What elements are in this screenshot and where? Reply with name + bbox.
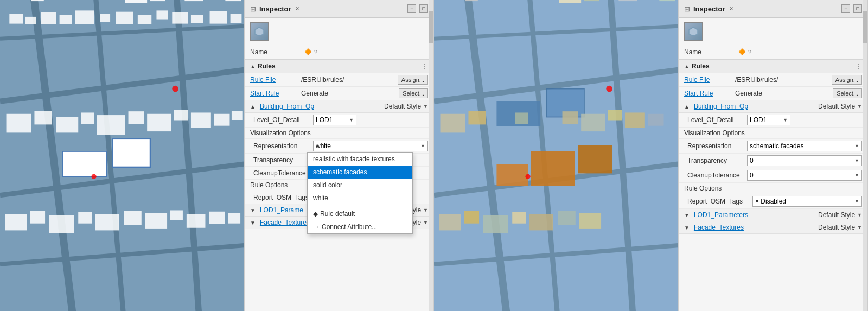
dropdown-item-solid[interactable]: solid color — [308, 179, 412, 192]
report-value-area-right: × Disabled ▼ — [752, 196, 862, 207]
svg-rect-82 — [578, 145, 612, 173]
cleanup-label-left: CleanupTolerance — [253, 169, 313, 177]
svg-rect-34 — [34, 111, 52, 124]
connect-label: Connect Attribute... — [322, 223, 377, 231]
cleanup-value-right: 0 — [750, 172, 754, 179]
maximize-btn-right[interactable]: □ — [853, 4, 862, 13]
report-dropdown-right[interactable]: × Disabled ▼ — [752, 196, 862, 207]
lod-value-area-left: LOD1 ▼ — [313, 115, 428, 125]
facade-chevron-right: ▼ — [684, 225, 690, 231]
info-icon-right: 🔶 — [738, 48, 746, 55]
dropdown-item-white[interactable]: white — [308, 192, 412, 205]
report-value-right: × Disabled — [755, 198, 786, 205]
lod-value-left: LOD1 — [316, 116, 333, 124]
svg-rect-88 — [563, 111, 578, 124]
lod1-title-left[interactable]: LOD1_Parame — [260, 206, 303, 214]
dropdown-item-schematic[interactable]: schematic facades — [308, 166, 412, 179]
svg-rect-55 — [113, 139, 150, 167]
svg-rect-17 — [184, 0, 203, 1]
svg-rect-37 — [97, 115, 125, 135]
select-btn-right[interactable]: Select... — [833, 88, 862, 98]
start-rule-label-right[interactable]: Start Rule — [684, 90, 733, 97]
rule-file-row-right: Rule File /ESRI.lib/rules/ Assign... — [679, 73, 867, 87]
shape-icon-area-left — [245, 18, 433, 45]
svg-rect-94 — [464, 211, 479, 224]
lod1-section-right[interactable]: ▼ LOD1_Parameters Default Style ▼ — [679, 209, 867, 221]
rule-file-value-right: /ESRI.lib/rules/ — [733, 75, 832, 84]
rule-file-label-right[interactable]: Rule File — [684, 76, 733, 84]
svg-rect-33 — [7, 114, 31, 133]
svg-rect-74 — [559, 0, 581, 3]
transparency-dropdown-right[interactable]: 0 ▼ — [747, 155, 862, 166]
inspector-header-left: ⊞ Inspector × − □ — [245, 0, 433, 18]
dropdown-item-rule-default[interactable]: ◆ Rule default — [308, 207, 412, 220]
cleanup-arrow-right: ▼ — [854, 173, 859, 178]
lod1-title-right[interactable]: LOD1_Parameters — [694, 211, 748, 219]
inspector-body-left: Name 🔶 ? ▲ Rules ⋮ Rule File /ESRI.lib/r… — [245, 18, 433, 311]
svg-rect-21 — [25, 17, 36, 24]
start-rule-row-left: Start Rule Generate Select... — [245, 87, 433, 100]
building-value-left: Default Style — [384, 103, 421, 110]
building-section-left[interactable]: ▲ Building_From_Op Default Style ▼ — [245, 100, 433, 113]
cleanup-dropdown-right[interactable]: 0 ▼ — [747, 170, 862, 181]
start-rule-label-left[interactable]: Start Rule — [250, 90, 299, 97]
lod-row-right: Level_Of_Detail LOD1 ▼ — [679, 113, 867, 128]
inspector-close-left[interactable]: × — [296, 5, 299, 12]
rule-file-value-left: /ESRI.lib/rules/ — [299, 75, 398, 84]
svg-rect-52 — [187, 214, 206, 227]
scrollbar-thumb-left[interactable] — [429, 11, 433, 43]
svg-rect-25 — [100, 14, 110, 22]
rules-section-right[interactable]: ▲ Rules ⋮ — [679, 59, 867, 73]
rule-file-label-left[interactable]: Rule File — [250, 76, 299, 84]
maximize-btn-left[interactable]: □ — [419, 4, 428, 13]
svg-rect-42 — [214, 114, 230, 126]
svg-rect-48 — [95, 214, 119, 230]
rules-section-left[interactable]: ▲ Rules ⋮ — [245, 59, 433, 73]
lod-label-left: Level_Of_Detail — [253, 116, 313, 124]
lod-dropdown-right[interactable]: LOD1 ▼ — [747, 115, 790, 125]
svg-rect-23 — [60, 15, 72, 24]
transparency-value-area-right: 0 ▼ — [747, 155, 862, 166]
building-section-right[interactable]: ▲ Building_From_Op Default Style ▼ — [679, 100, 867, 113]
scrollbar-thumb-right[interactable] — [863, 11, 867, 43]
facade-value-right: Default Style — [818, 224, 855, 231]
representation-dropdown-left[interactable]: white ▼ — [313, 141, 428, 151]
svg-rect-14 — [125, 0, 147, 3]
lod1-value-right: Default Style — [818, 211, 855, 219]
svg-rect-56 — [62, 151, 106, 176]
dropdown-item-connect[interactable]: → Connect Attribute... — [308, 220, 412, 233]
svg-rect-79 — [659, 0, 675, 1]
rule-options-right: Rule Options — [679, 183, 867, 194]
svg-rect-95 — [483, 215, 508, 233]
scrollbar-right[interactable] — [863, 0, 867, 311]
facade-chevron-left: ▼ — [250, 220, 256, 226]
transparency-label-left: Transparency — [253, 156, 313, 164]
transparency-value-right: 0 — [750, 157, 754, 164]
scrollbar-left[interactable] — [429, 0, 433, 311]
svg-point-100 — [606, 86, 612, 92]
dropdown-item-realistic[interactable]: realistic with facade textures — [308, 153, 412, 166]
minimize-btn-right[interactable]: − — [841, 4, 850, 13]
representation-label-left: Representation — [253, 142, 313, 150]
minimize-btn-left[interactable]: − — [407, 4, 416, 13]
svg-rect-86 — [468, 111, 486, 124]
svg-rect-85 — [441, 114, 465, 133]
svg-rect-51 — [170, 210, 183, 220]
representation-dropdown-right[interactable]: schematic facades ▼ — [747, 141, 862, 151]
start-rule-value-left: Generate — [299, 89, 399, 98]
facade-title-left[interactable]: Facade_Textures — [260, 219, 310, 226]
svg-rect-29 — [172, 12, 188, 24]
svg-rect-9 — [31, 0, 44, 1]
facade-section-right[interactable]: ▼ Facade_Textures Default Style ▼ — [679, 221, 867, 234]
building-title-left[interactable]: Building_From_Op — [260, 103, 314, 110]
inspector-close-right[interactable]: × — [730, 5, 733, 12]
select-btn-left[interactable]: Select... — [399, 88, 428, 98]
building-title-right[interactable]: Building_From_Op — [694, 103, 748, 110]
svg-rect-32 — [231, 14, 242, 23]
svg-rect-99 — [579, 213, 601, 229]
assign-btn-left[interactable]: Assign... — [398, 75, 428, 85]
facade-title-right[interactable]: Facade_Textures — [694, 224, 744, 231]
assign-btn-right[interactable]: Assign... — [832, 75, 862, 85]
lod-dropdown-left[interactable]: LOD1 ▼ — [313, 115, 356, 125]
inspector-title-left: Inspector — [259, 5, 291, 13]
